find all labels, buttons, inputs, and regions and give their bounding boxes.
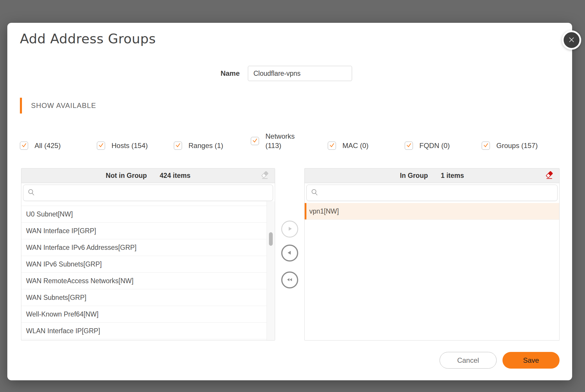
list-item-label: WAN Subnets[GRP] (26, 294, 86, 302)
list-item[interactable]: WAN Subnets[GRP] (21, 289, 275, 306)
show-available-section: SHOW AVAILABLE (20, 98, 96, 114)
panel-in-group: In Group 1 items (304, 168, 560, 341)
checkbox-all[interactable] (20, 142, 28, 150)
scrollbar-track[interactable] (267, 201, 275, 340)
search-box (306, 185, 557, 201)
checkbox-hosts[interactable] (97, 142, 105, 150)
search-input[interactable] (321, 186, 553, 200)
list-item[interactable]: vpn1[NW] (305, 203, 559, 220)
clear-list-button[interactable] (260, 171, 270, 181)
list-item[interactable]: WAN RemoteAccess Networks[NW] (21, 273, 275, 289)
panel-title: In Group (400, 172, 428, 180)
checkbox-check-icon (97, 142, 104, 149)
name-input[interactable] (248, 66, 352, 81)
cancel-button[interactable]: Cancel (440, 352, 497, 369)
panel-title: Not in Group (106, 172, 147, 180)
not-in-group-list: U0 Subnet[NW] WAN Interface IP[GRP] WAN … (21, 202, 275, 339)
filter-item-fqdn: FQDN (0) (405, 141, 482, 150)
in-group-list: vpn1[NW] (305, 202, 559, 220)
arrow-right-icon (286, 225, 294, 234)
filter-item-mac: MAC (0) (328, 141, 405, 150)
close-button[interactable] (562, 30, 581, 50)
list-item-label: WLAN Interface IP[GRP] (26, 327, 100, 335)
eraser-icon (545, 171, 554, 180)
checkbox-mac[interactable] (328, 142, 336, 150)
double-arrow-left-icon (286, 276, 294, 285)
filter-item-groups: Groups (157) (482, 141, 538, 150)
list-item-label: WAN IPv6 Subnets[GRP] (26, 260, 102, 268)
filter-label: Groups (157) (496, 141, 538, 150)
filter-label: Networks (113) (265, 132, 302, 150)
name-label: Name (216, 69, 240, 78)
checkbox-check-icon (174, 142, 181, 149)
filter-item-all: All (425) (20, 141, 97, 150)
filter-item-ranges: Ranges (1) (174, 141, 251, 150)
filter-item-networks: Networks (113) (251, 132, 328, 150)
accent-bar (20, 98, 22, 114)
panel-header: In Group 1 items (305, 169, 559, 183)
list-item[interactable]: WAN IPv6 Subnets[GRP] (21, 256, 275, 273)
scrollbar-thumb[interactable] (269, 232, 273, 246)
list-item[interactable]: U0 Subnet[NW] (21, 206, 275, 223)
filter-row: All (425) Hosts (154) Ranges (1) Network… (20, 132, 563, 150)
checkbox-fqdn[interactable] (405, 142, 413, 150)
search-icon (28, 188, 35, 197)
list-item-label: U0 Subnet[NW] (26, 210, 73, 218)
eraser-icon (260, 171, 269, 180)
panel-not-in-group: Not in Group 424 items (21, 168, 275, 341)
checkbox-ranges[interactable] (174, 142, 182, 150)
checkbox-check-icon (20, 142, 28, 149)
checkbox-check-icon (405, 142, 412, 149)
list-item-label: WAN Interface IPv6 Addresses[GRP] (26, 244, 137, 252)
checkbox-check-icon (482, 142, 489, 149)
checkbox-check-icon (328, 142, 335, 149)
checkbox-groups[interactable] (482, 142, 490, 150)
move-right-button[interactable] (281, 221, 298, 238)
panel-count: 1 items (441, 172, 464, 180)
move-all-left-button[interactable] (281, 271, 298, 288)
list-item-label: vpn1[NW] (309, 207, 339, 215)
panel-count: 424 items (160, 172, 191, 180)
close-icon (567, 35, 576, 45)
filter-label: FQDN (0) (419, 141, 450, 150)
list-item[interactable]: WAN Interface IPv6 Addresses[GRP] (21, 239, 275, 256)
list-item[interactable]: WLAN Interface IP[GRP] (21, 323, 275, 339)
partial-row (21, 202, 275, 206)
page-title: Add Address Groups (20, 31, 156, 47)
checkbox-networks[interactable] (251, 137, 259, 145)
list-item-label: WAN Interface IP[GRP] (26, 227, 96, 235)
clear-list-button[interactable] (544, 171, 555, 181)
filter-item-hosts: Hosts (154) (97, 141, 174, 150)
list-item-label: WAN RemoteAccess Networks[NW] (26, 277, 133, 285)
save-button[interactable]: Save (502, 352, 560, 369)
name-field-row: Name (216, 66, 352, 81)
list-item-label: Well-Known Pref64[NW] (26, 310, 99, 318)
filter-label: MAC (0) (342, 141, 368, 150)
arrow-left-icon (286, 249, 294, 258)
filter-label: All (425) (35, 141, 61, 150)
list-item[interactable]: Well-Known Pref64[NW] (21, 306, 275, 323)
search-icon (311, 188, 318, 197)
move-left-button[interactable] (281, 245, 298, 262)
search-input[interactable] (38, 186, 269, 200)
search-box (23, 185, 273, 201)
list-item[interactable]: WAN Interface IP[GRP] (21, 223, 275, 239)
filter-label: Ranges (1) (188, 141, 223, 150)
add-address-groups-dialog: Add Address Groups Name SHOW AVAILABLE A… (7, 23, 572, 380)
show-available-label: SHOW AVAILABLE (31, 102, 96, 110)
panel-header: Not in Group 424 items (21, 169, 275, 183)
filter-label: Hosts (154) (111, 141, 148, 150)
checkbox-check-icon (251, 137, 258, 145)
